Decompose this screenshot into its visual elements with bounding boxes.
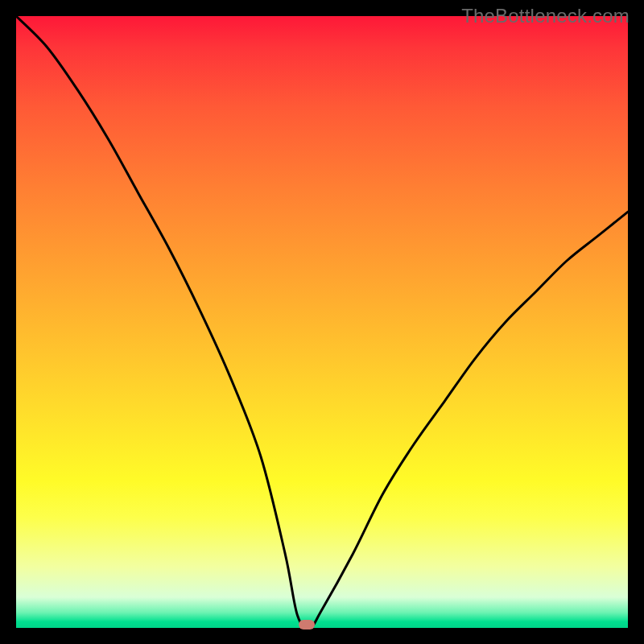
plot-area [16,16,628,628]
chart-frame: TheBottleneck.com [0,0,644,644]
watermark-text: TheBottleneck.com [461,5,630,27]
optimal-marker [299,620,315,630]
bottleneck-curve [16,16,628,628]
curve-path [16,16,628,628]
